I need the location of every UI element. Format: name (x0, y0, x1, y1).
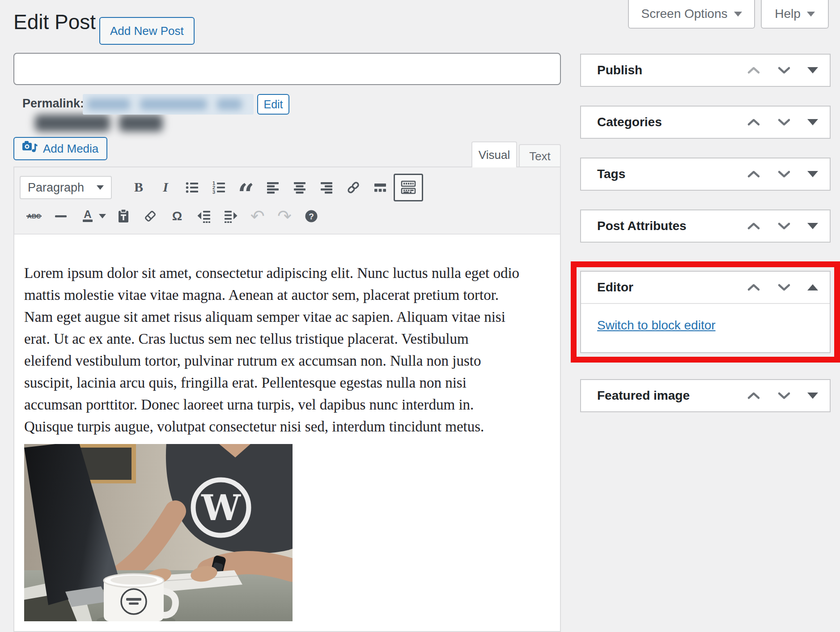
panel-editor: Editor Switch to block editor (580, 271, 831, 353)
move-down-icon[interactable] (777, 66, 791, 75)
decrease-indent-icon[interactable] (191, 203, 217, 229)
move-down-icon[interactable] (777, 118, 791, 127)
undo-icon[interactable]: ↶ (244, 203, 271, 229)
move-up-icon[interactable] (747, 391, 761, 400)
blockquote-button[interactable]: “ (233, 175, 259, 201)
svg-text:B: B (134, 179, 143, 194)
move-up-icon[interactable] (747, 222, 761, 231)
block-format-value: Paragraph (28, 181, 84, 195)
post-content-editable-area[interactable]: Lorem ipsum dolor sit amet, consectetur … (14, 235, 560, 621)
blurred-title-text (35, 115, 163, 132)
toggle-panel-icon[interactable] (807, 171, 818, 177)
toolbar-row-2: ABC A (20, 203, 556, 229)
post-content-line: Nam eget augue sit amet risus aliquam se… (24, 306, 550, 328)
panel-post-attributes: Post Attributes (580, 209, 831, 243)
panel-title: Categories (597, 115, 662, 129)
post-content-line: Quisque turpis augue, volutpat consectet… (24, 416, 550, 438)
svg-text:Ω: Ω (172, 209, 182, 223)
toggle-panel-icon[interactable] (807, 393, 818, 399)
toggle-panel-icon[interactable] (807, 119, 818, 125)
tab-visual-editor[interactable]: Visual (471, 141, 517, 167)
panel-title: Post Attributes (597, 219, 687, 233)
move-up-icon[interactable] (747, 170, 761, 179)
post-title-input[interactable] (13, 53, 561, 85)
panel-post-attributes-header[interactable]: Post Attributes (581, 210, 830, 242)
insert-link-icon[interactable] (340, 175, 367, 201)
move-up-icon[interactable] (747, 118, 761, 127)
align-right-icon[interactable] (313, 175, 340, 201)
svg-text:W: W (201, 487, 241, 528)
move-down-icon[interactable] (777, 391, 791, 400)
increase-indent-icon[interactable] (217, 203, 244, 229)
panel-categories-header[interactable]: Categories (581, 107, 830, 138)
move-up-icon[interactable] (747, 66, 761, 75)
add-media-icon (22, 141, 38, 157)
panel-tags: Tags (580, 158, 831, 191)
panel-featured-image: Featured image (580, 379, 831, 412)
align-left-icon[interactable] (259, 175, 286, 201)
panel-editor-header[interactable]: Editor (581, 272, 830, 303)
screen-options-label: Screen Options (641, 7, 728, 21)
post-content-line: mattis molestie vitae vitae magna. Aenea… (24, 284, 550, 306)
toggle-panel-icon[interactable] (807, 67, 818, 73)
post-content-line: erat. Ut ac ex ante. Cras luctus sem nec… (24, 328, 550, 350)
horizontal-line-icon[interactable] (47, 203, 74, 229)
panel-title: Publish (597, 63, 642, 77)
toolbar-toggle-keyboard-icon[interactable] (394, 174, 423, 201)
move-up-icon[interactable] (747, 283, 761, 292)
numbered-list-icon[interactable]: 1 2 3 (206, 175, 233, 201)
content-image[interactable]: W (24, 444, 293, 621)
post-content-line: suscipit, lacinia arcu quis, fringilla e… (24, 372, 550, 394)
panel-tags-header[interactable]: Tags (581, 158, 830, 190)
move-down-icon[interactable] (777, 222, 791, 231)
permalink-label: Permalink: (22, 97, 84, 111)
classic-editor-container: Paragraph B I 1 (13, 167, 561, 632)
sidebar-meta-boxes: Publish Categories Tags (580, 54, 831, 431)
panel-publish: Publish (580, 54, 831, 87)
edit-permalink-button[interactable]: Edit (257, 94, 289, 115)
post-content-line: accumsan porttitor. Donec laoreet urna t… (24, 394, 550, 416)
strikethrough-icon[interactable]: ABC (21, 203, 47, 229)
svg-text:3: 3 (212, 189, 215, 195)
special-character-icon[interactable]: Ω (164, 203, 191, 229)
wordpress-edit-post-page: Edit Post Add New Post Screen Options He… (0, 0, 840, 632)
block-format-select[interactable]: Paragraph (20, 176, 112, 199)
panel-title: Tags (597, 167, 625, 181)
post-content-line: eleifend vestibulum tortor, pulvinar rut… (24, 350, 550, 372)
bold-button[interactable]: B (125, 175, 152, 201)
add-media-label: Add Media (43, 142, 98, 156)
toolbar-row-1: Paragraph B I 1 (20, 174, 556, 201)
tab-text-editor[interactable]: Text (519, 144, 561, 167)
blurred-permalink-url (83, 94, 254, 115)
chevron-down-icon (807, 12, 815, 17)
align-center-icon[interactable] (286, 175, 313, 201)
panel-featured-image-header[interactable]: Featured image (581, 380, 830, 411)
clear-formatting-eraser-icon[interactable] (137, 203, 164, 229)
move-down-icon[interactable] (777, 170, 791, 179)
bulleted-list-icon[interactable] (179, 175, 206, 201)
add-new-post-button[interactable]: Add New Post (99, 17, 195, 45)
help-button[interactable]: Help (761, 0, 829, 29)
collapse-panel-icon[interactable] (807, 284, 818, 290)
add-media-button[interactable]: Add Media (13, 137, 107, 160)
keyboard-shortcuts-help-icon[interactable]: ? (298, 203, 325, 229)
panel-publish-header[interactable]: Publish (581, 55, 830, 86)
panel-title: Editor (597, 280, 633, 295)
italic-button[interactable]: I (152, 175, 179, 201)
svg-text:?: ? (309, 212, 314, 221)
insert-read-more-icon[interactable] (367, 175, 394, 201)
move-down-icon[interactable] (777, 283, 791, 292)
red-highlight-annotation: Editor Switch to block editor (571, 261, 840, 363)
svg-text:I: I (162, 179, 169, 194)
toggle-panel-icon[interactable] (807, 223, 818, 229)
screen-options-button[interactable]: Screen Options (628, 0, 755, 29)
panel-categories: Categories (580, 106, 831, 139)
paste-as-text-icon[interactable] (110, 203, 137, 229)
panel-editor-body: Switch to block editor (581, 303, 830, 352)
editor-toolbar: Paragraph B I 1 (14, 167, 560, 235)
text-color-picker-caret[interactable] (95, 203, 110, 229)
redo-icon[interactable]: ↷ (271, 203, 298, 229)
switch-to-block-editor-link[interactable]: Switch to block editor (597, 318, 716, 332)
help-label: Help (775, 7, 801, 21)
page-title: Edit Post (13, 10, 96, 34)
